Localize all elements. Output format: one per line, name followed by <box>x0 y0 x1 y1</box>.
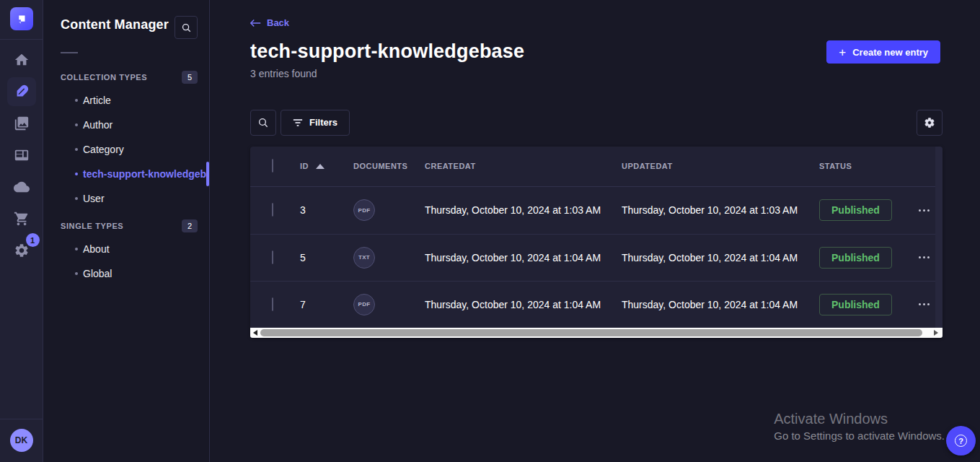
view-settings-button[interactable] <box>917 110 943 136</box>
sidebar-item-label: About <box>83 243 110 255</box>
sidebar-item-collection-type[interactable]: Article <box>43 88 209 113</box>
table-search-button[interactable] <box>250 110 276 136</box>
home-icon <box>14 52 30 68</box>
help-button[interactable]: ? <box>946 426 976 456</box>
sidebar-item-collection-type[interactable]: Author <box>43 113 209 137</box>
status-badge: Published <box>819 294 892 315</box>
sidebar-title: Content Manager <box>61 17 169 32</box>
strapi-logo[interactable] <box>10 7 33 30</box>
feather-icon <box>14 84 30 100</box>
cloud-icon <box>14 179 30 195</box>
single-types-count: 2 <box>182 219 198 232</box>
sidebar-item-label: Author <box>83 119 112 131</box>
create-button-label: Create new entry <box>852 47 928 58</box>
scroll-left-arrow-icon[interactable] <box>250 330 260 336</box>
cell-id: 5 <box>300 252 353 263</box>
status-badge: Published <box>819 199 892 221</box>
list-toolbar: Filters <box>250 110 943 136</box>
question-mark-icon: ? <box>955 435 967 447</box>
status-badge: Published <box>819 247 892 269</box>
column-header-updatedat[interactable]: UPDATEDAT <box>622 162 819 170</box>
plus-icon: + <box>839 46 846 58</box>
layout-icon <box>14 147 30 163</box>
collection-types-label: COLLECTION TYPES <box>61 73 147 82</box>
row-checkbox[interactable] <box>272 297 273 311</box>
single-types-label: SINGLE TYPES <box>61 222 123 230</box>
horizontal-scrollbar[interactable] <box>250 328 943 338</box>
column-header-createdat[interactable]: CREATEDAT <box>425 162 622 170</box>
strapi-logo-icon <box>15 12 28 25</box>
content-manager-sidebar: Content Manager COLLECTION TYPES 5 Artic… <box>43 0 210 462</box>
settings-nav-button[interactable]: 1 <box>7 236 36 265</box>
sidebar-item-label: Category <box>83 144 124 155</box>
cloud-nav-button[interactable] <box>7 173 36 201</box>
cell-updatedat: Thursday, October 10, 2024 at 1:03 AM <box>622 204 819 216</box>
sidebar-item-single-type[interactable]: Global <box>43 261 209 286</box>
document-type-badge: TXT <box>353 247 375 269</box>
row-checkbox[interactable] <box>272 203 273 217</box>
column-header-status[interactable]: STATUS <box>819 162 910 170</box>
table-body: 3 PDF Thursday, October 10, 2024 at 1:03… <box>250 187 943 328</box>
create-new-entry-button[interactable]: + Create new entry <box>826 40 940 64</box>
watermark-line2: Go to Settings to activate Windows. <box>774 430 945 442</box>
document-type-badge: PDF <box>353 294 375 315</box>
scroll-right-arrow-icon[interactable] <box>931 330 941 336</box>
single-types-list: About Global <box>43 237 209 286</box>
content-manager-nav-button[interactable] <box>7 77 36 106</box>
main-nav-rail: 1 DK <box>0 0 43 462</box>
entries-count: 3 entries found <box>250 68 943 79</box>
scrollbar-thumb[interactable] <box>260 329 922 336</box>
search-icon <box>257 117 269 128</box>
filters-label: Filters <box>309 117 337 128</box>
cell-createdat: Thursday, October 10, 2024 at 1:04 AM <box>425 252 622 263</box>
column-header-documents[interactable]: DOCUMENTS <box>353 162 425 170</box>
sidebar-item-label: Article <box>83 95 111 106</box>
entries-table: ID DOCUMENTS CREATEDAT UPDATEDAT STATUS … <box>250 147 943 338</box>
select-all-checkbox[interactable] <box>272 159 273 173</box>
filter-icon <box>293 118 303 127</box>
user-avatar[interactable]: DK <box>10 429 33 452</box>
marketplace-nav-button[interactable] <box>7 204 36 233</box>
column-header-id[interactable]: ID <box>300 162 353 170</box>
cell-updatedat: Thursday, October 10, 2024 at 1:04 AM <box>622 252 819 263</box>
media-library-nav-button[interactable] <box>7 109 36 138</box>
sidebar-item-collection-type[interactable]: User <box>43 186 209 211</box>
sidebar-item-collection-type[interactable]: tech-support-knowledgeba... <box>43 162 209 186</box>
home-nav-button[interactable] <box>7 45 36 74</box>
table-header-row: ID DOCUMENTS CREATEDAT UPDATEDAT STATUS <box>250 147 943 187</box>
sidebar-item-label: User <box>83 193 105 204</box>
table-row[interactable]: 5 TXT Thursday, October 10, 2024 at 1:04… <box>250 234 943 281</box>
sidebar-search-button[interactable] <box>175 16 198 39</box>
gear-icon <box>924 117 935 128</box>
activate-windows-watermark: Activate Windows Go to Settings to activ… <box>774 411 945 442</box>
back-arrow-icon <box>250 19 261 27</box>
watermark-line1: Activate Windows <box>774 411 945 427</box>
gear-icon <box>14 243 30 258</box>
shopping-cart-icon <box>14 211 30 227</box>
collection-types-list: Article Author Category tech-support-kno… <box>43 88 209 211</box>
content-type-builder-nav-button[interactable] <box>7 141 36 170</box>
collection-types-count: 5 <box>182 71 198 84</box>
sidebar-item-label: tech-support-knowledgeba... <box>83 168 209 180</box>
cell-id: 3 <box>300 204 353 216</box>
sidebar-item-single-type[interactable]: About <box>43 237 209 261</box>
logo-section <box>0 0 43 40</box>
notification-badge: 1 <box>26 233 40 247</box>
sort-asc-icon <box>316 164 325 169</box>
sidebar-item-label: Global <box>83 268 112 279</box>
cell-createdat: Thursday, October 10, 2024 at 1:03 AM <box>425 204 622 216</box>
vertical-scroll-strip[interactable] <box>935 147 943 328</box>
main-content: Back tech-support-knowledgebase 3 entrie… <box>210 0 980 462</box>
table-row[interactable]: 3 PDF Thursday, October 10, 2024 at 1:03… <box>250 187 943 234</box>
back-link[interactable]: Back <box>250 17 289 28</box>
table-row[interactable]: 7 PDF Thursday, October 10, 2024 at 1:04… <box>250 281 943 328</box>
document-type-badge: PDF <box>353 199 375 221</box>
search-icon <box>181 22 192 33</box>
cell-id: 7 <box>300 299 353 310</box>
row-checkbox[interactable] <box>272 250 273 264</box>
media-library-icon <box>14 116 30 131</box>
back-label: Back <box>267 17 289 28</box>
cell-createdat: Thursday, October 10, 2024 at 1:04 AM <box>425 299 622 310</box>
filters-button[interactable]: Filters <box>281 110 350 136</box>
sidebar-item-collection-type[interactable]: Category <box>43 137 209 162</box>
